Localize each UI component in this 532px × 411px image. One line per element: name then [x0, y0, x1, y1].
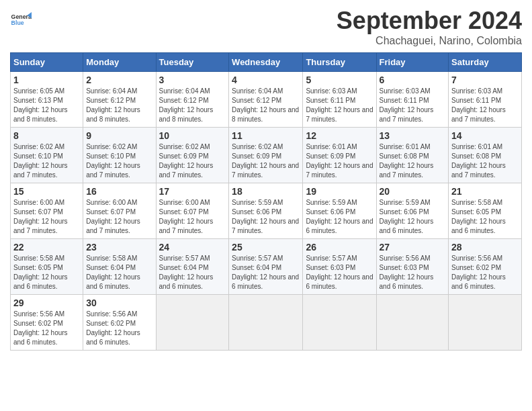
calendar-cell — [449, 295, 522, 351]
logo: General Blue — [10, 11, 32, 30]
day-number: 4 — [232, 75, 300, 85]
day-number: 12 — [306, 130, 373, 141]
day-number: 28 — [451, 242, 519, 253]
day-info: Sunrise: 6:04 AM Sunset: 6:12 PM Dayligh… — [232, 87, 300, 124]
day-number: 19 — [306, 186, 373, 197]
day-number: 8 — [13, 130, 80, 141]
calendar-cell: 12Sunrise: 6:01 AM Sunset: 6:09 PM Dayli… — [303, 128, 376, 183]
day-number: 13 — [380, 130, 446, 141]
calendar-table: SundayMondayTuesdayWednesdayThursdayFrid… — [10, 52, 522, 351]
day-number: 24 — [159, 242, 226, 253]
calendar-cell: 14Sunrise: 6:01 AM Sunset: 6:08 PM Dayli… — [449, 128, 522, 183]
day-info: Sunrise: 5:58 AM Sunset: 6:05 PM Dayligh… — [451, 198, 519, 236]
col-header-wednesday: Wednesday — [229, 53, 303, 72]
calendar-cell — [229, 295, 303, 351]
calendar-cell: 24Sunrise: 5:57 AM Sunset: 6:04 PM Dayli… — [156, 239, 229, 295]
day-info: Sunrise: 6:03 AM Sunset: 6:11 PM Dayligh… — [451, 87, 519, 124]
calendar-cell: 11Sunrise: 6:02 AM Sunset: 6:09 PM Dayli… — [229, 128, 303, 183]
day-info: Sunrise: 6:02 AM Sunset: 6:09 PM Dayligh… — [232, 142, 300, 180]
col-header-friday: Friday — [376, 53, 449, 72]
calendar-cell: 21Sunrise: 5:58 AM Sunset: 6:05 PM Dayli… — [449, 183, 522, 239]
day-number: 25 — [232, 242, 300, 253]
day-number: 10 — [159, 130, 226, 141]
day-info: Sunrise: 5:59 AM Sunset: 6:06 PM Dayligh… — [380, 198, 446, 236]
day-info: Sunrise: 6:00 AM Sunset: 6:07 PM Dayligh… — [86, 198, 152, 236]
day-info: Sunrise: 6:02 AM Sunset: 6:10 PM Dayligh… — [13, 142, 80, 180]
day-number: 26 — [306, 242, 373, 253]
title-area: September 2024 Chachaguei, Narino, Colom… — [337, 7, 522, 47]
day-info: Sunrise: 5:58 AM Sunset: 6:04 PM Dayligh… — [86, 254, 152, 291]
day-number: 17 — [159, 186, 226, 197]
svg-text:General: General — [11, 13, 32, 20]
day-number: 15 — [13, 186, 80, 197]
day-info: Sunrise: 6:03 AM Sunset: 6:11 PM Dayligh… — [306, 87, 373, 124]
calendar-cell: 22Sunrise: 5:58 AM Sunset: 6:05 PM Dayli… — [11, 239, 83, 295]
calendar-cell: 17Sunrise: 6:00 AM Sunset: 6:07 PM Dayli… — [156, 183, 229, 239]
day-info: Sunrise: 5:59 AM Sunset: 6:06 PM Dayligh… — [306, 198, 373, 236]
col-header-monday: Monday — [83, 53, 156, 72]
day-number: 21 — [451, 186, 519, 197]
day-info: Sunrise: 6:01 AM Sunset: 6:08 PM Dayligh… — [451, 142, 519, 180]
calendar-cell: 7Sunrise: 6:03 AM Sunset: 6:11 PM Daylig… — [449, 72, 522, 128]
logo-icon: General Blue — [10, 11, 32, 30]
day-info: Sunrise: 5:58 AM Sunset: 6:05 PM Dayligh… — [13, 254, 80, 291]
day-info: Sunrise: 6:04 AM Sunset: 6:12 PM Dayligh… — [159, 87, 226, 124]
day-number: 14 — [451, 130, 519, 141]
header-row: SundayMondayTuesdayWednesdayThursdayFrid… — [11, 53, 522, 72]
calendar-cell: 26Sunrise: 5:57 AM Sunset: 6:03 PM Dayli… — [303, 239, 376, 295]
calendar-cell: 15Sunrise: 6:00 AM Sunset: 6:07 PM Dayli… — [11, 183, 83, 239]
day-info: Sunrise: 6:00 AM Sunset: 6:07 PM Dayligh… — [13, 198, 80, 236]
day-info: Sunrise: 5:56 AM Sunset: 6:02 PM Dayligh… — [86, 310, 152, 347]
day-number: 3 — [159, 75, 226, 85]
day-number: 5 — [306, 75, 373, 85]
day-info: Sunrise: 6:01 AM Sunset: 6:08 PM Dayligh… — [380, 142, 446, 180]
calendar-cell: 28Sunrise: 5:56 AM Sunset: 6:02 PM Dayli… — [449, 239, 522, 295]
day-info: Sunrise: 6:00 AM Sunset: 6:07 PM Dayligh… — [159, 198, 226, 236]
calendar-cell: 19Sunrise: 5:59 AM Sunset: 6:06 PM Dayli… — [303, 183, 376, 239]
day-number: 16 — [86, 186, 152, 197]
calendar-cell — [303, 295, 376, 351]
calendar-cell: 6Sunrise: 6:03 AM Sunset: 6:11 PM Daylig… — [376, 72, 449, 128]
day-info: Sunrise: 5:56 AM Sunset: 6:02 PM Dayligh… — [13, 310, 80, 347]
week-row-2: 8Sunrise: 6:02 AM Sunset: 6:10 PM Daylig… — [11, 128, 522, 183]
calendar-cell: 10Sunrise: 6:02 AM Sunset: 6:09 PM Dayli… — [156, 128, 229, 183]
day-info: Sunrise: 6:02 AM Sunset: 6:10 PM Dayligh… — [86, 142, 152, 180]
day-info: Sunrise: 6:05 AM Sunset: 6:13 PM Dayligh… — [13, 87, 80, 124]
calendar-cell: 30Sunrise: 5:56 AM Sunset: 6:02 PM Dayli… — [83, 295, 156, 351]
week-row-5: 29Sunrise: 5:56 AM Sunset: 6:02 PM Dayli… — [11, 295, 522, 351]
day-info: Sunrise: 5:59 AM Sunset: 6:06 PM Dayligh… — [232, 198, 300, 236]
calendar-cell: 25Sunrise: 5:57 AM Sunset: 6:04 PM Dayli… — [229, 239, 303, 295]
calendar-cell: 9Sunrise: 6:02 AM Sunset: 6:10 PM Daylig… — [83, 128, 156, 183]
calendar-cell: 27Sunrise: 5:56 AM Sunset: 6:03 PM Dayli… — [376, 239, 449, 295]
day-info: Sunrise: 6:03 AM Sunset: 6:11 PM Dayligh… — [380, 87, 446, 124]
calendar-cell: 4Sunrise: 6:04 AM Sunset: 6:12 PM Daylig… — [229, 72, 303, 128]
day-number: 22 — [13, 242, 80, 253]
day-number: 6 — [380, 75, 446, 85]
calendar-cell: 16Sunrise: 6:00 AM Sunset: 6:07 PM Dayli… — [83, 183, 156, 239]
day-number: 29 — [13, 298, 80, 308]
day-number: 30 — [86, 298, 152, 308]
col-header-saturday: Saturday — [449, 53, 522, 72]
location-title: Chachaguei, Narino, Colombia — [337, 35, 522, 47]
svg-text:Blue: Blue — [11, 19, 24, 26]
calendar-cell: 18Sunrise: 5:59 AM Sunset: 6:06 PM Dayli… — [229, 183, 303, 239]
day-info: Sunrise: 6:02 AM Sunset: 6:09 PM Dayligh… — [159, 142, 226, 180]
calendar-cell — [376, 295, 449, 351]
calendar-cell: 8Sunrise: 6:02 AM Sunset: 6:10 PM Daylig… — [11, 128, 83, 183]
calendar-cell: 29Sunrise: 5:56 AM Sunset: 6:02 PM Dayli… — [11, 295, 83, 351]
calendar-cell: 20Sunrise: 5:59 AM Sunset: 6:06 PM Dayli… — [376, 183, 449, 239]
day-info: Sunrise: 5:56 AM Sunset: 6:02 PM Dayligh… — [451, 254, 519, 291]
day-info: Sunrise: 5:56 AM Sunset: 6:03 PM Dayligh… — [380, 254, 446, 291]
calendar-cell — [156, 295, 229, 351]
week-row-1: 1Sunrise: 6:05 AM Sunset: 6:13 PM Daylig… — [11, 72, 522, 128]
day-number: 7 — [451, 75, 519, 85]
day-number: 9 — [86, 130, 152, 141]
day-info: Sunrise: 5:57 AM Sunset: 6:04 PM Dayligh… — [232, 254, 300, 291]
day-number: 27 — [380, 242, 446, 253]
col-header-thursday: Thursday — [303, 53, 376, 72]
day-number: 23 — [86, 242, 152, 253]
day-number: 2 — [86, 75, 152, 85]
day-info: Sunrise: 5:57 AM Sunset: 6:04 PM Dayligh… — [159, 254, 226, 291]
week-row-4: 22Sunrise: 5:58 AM Sunset: 6:05 PM Dayli… — [11, 239, 522, 295]
week-row-3: 15Sunrise: 6:00 AM Sunset: 6:07 PM Dayli… — [11, 183, 522, 239]
